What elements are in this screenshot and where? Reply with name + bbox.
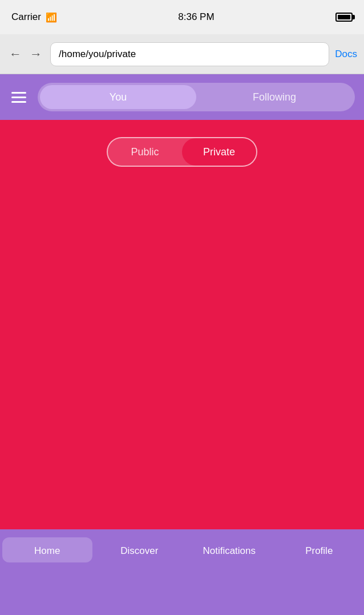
subtab-private[interactable]: Private [182, 138, 256, 166]
nav-item-notifications[interactable]: Notifications [184, 537, 274, 562]
bottom-nav: Home Discover Notifications Profile [0, 529, 364, 615]
subtab-public[interactable]: Public [108, 138, 182, 166]
battery-icon [335, 13, 353, 22]
nav-item-profile[interactable]: Profile [274, 537, 365, 562]
nav-label-profile: Profile [305, 545, 333, 557]
nav-buttons: ← → [7, 45, 45, 64]
carrier-info: Carrier 📶 [11, 11, 57, 23]
nav-item-discover[interactable]: Discover [95, 537, 185, 562]
subtab-switcher: Public Private [107, 137, 257, 167]
hamburger-line-2 [11, 97, 26, 98]
hamburger-button[interactable] [9, 90, 29, 105]
tab-following[interactable]: Following [196, 85, 353, 109]
hamburger-line-1 [11, 92, 26, 94]
back-button[interactable]: ← [7, 45, 24, 64]
nav-label-discover: Discover [120, 545, 158, 557]
tab-you[interactable]: You [40, 85, 196, 109]
app-header: You Following [0, 74, 364, 120]
battery-indicator [335, 13, 353, 22]
battery-fill [338, 15, 350, 19]
nav-item-home[interactable]: Home [2, 537, 92, 562]
browser-bar: ← → /home/you/private Docs [0, 34, 364, 74]
nav-label-notifications: Notifications [203, 545, 256, 557]
wifi-icon: 📶 [46, 12, 57, 23]
docs-link[interactable]: Docs [335, 49, 357, 60]
time-display: 8:36 PM [178, 11, 214, 23]
status-bar: Carrier 📶 8:36 PM [0, 0, 364, 34]
address-bar[interactable]: /home/you/private [50, 42, 329, 66]
main-tab-switcher: You Following [38, 83, 355, 111]
main-content: Public Private [0, 120, 364, 529]
nav-label-home: Home [34, 545, 60, 557]
url-text: /home/you/private [59, 49, 136, 60]
carrier-label: Carrier [11, 11, 41, 23]
forward-button[interactable]: → [27, 45, 45, 64]
hamburger-line-3 [11, 101, 26, 103]
